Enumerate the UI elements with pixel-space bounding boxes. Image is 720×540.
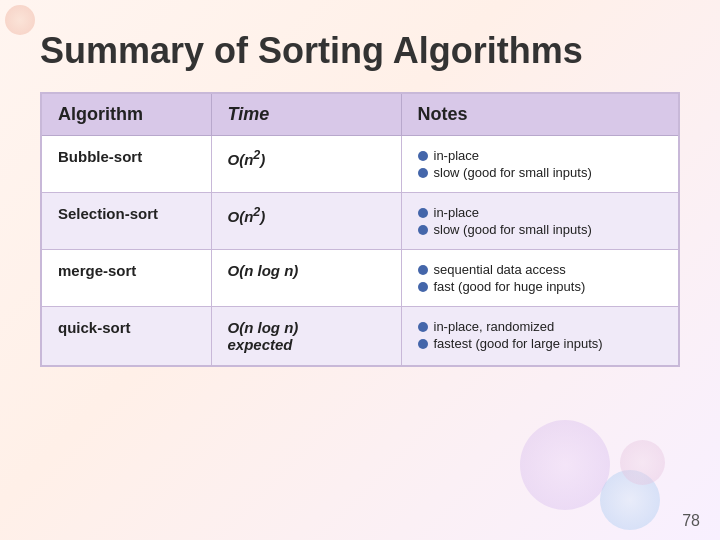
table-row: quick-sortO(n log n)expectedin-place, ra… [41, 307, 679, 367]
page-number: 78 [682, 512, 700, 530]
header-notes: Notes [401, 93, 679, 136]
note-item: in-place [418, 148, 663, 163]
cell-notes: in-placeslow (good for small inputs) [401, 193, 679, 250]
main-content: Summary of Sorting Algorithms Algorithm … [0, 0, 720, 387]
note-text: in-place [434, 205, 480, 220]
note-text: slow (good for small inputs) [434, 165, 592, 180]
note-item: slow (good for small inputs) [418, 222, 663, 237]
cell-time: O(n log n)expected [211, 307, 401, 367]
note-item: slow (good for small inputs) [418, 165, 663, 180]
note-item: fast (good for huge inputs) [418, 279, 663, 294]
note-item: sequential data access [418, 262, 663, 277]
decorative-circle-1 [520, 420, 610, 510]
cell-time: O(n2) [211, 136, 401, 193]
note-item: in-place [418, 205, 663, 220]
cell-time: O(n2) [211, 193, 401, 250]
note-text: slow (good for small inputs) [434, 222, 592, 237]
bullet-icon [418, 339, 428, 349]
note-item: fastest (good for large inputs) [418, 336, 663, 351]
decorative-circle-3 [620, 440, 665, 485]
header-time: Time [211, 93, 401, 136]
header-algorithm: Algorithm [41, 93, 211, 136]
cell-algorithm: quick-sort [41, 307, 211, 367]
bullet-icon [418, 225, 428, 235]
table-row: Bubble-sortO(n2)in-placeslow (good for s… [41, 136, 679, 193]
bullet-icon [418, 322, 428, 332]
cell-notes: sequential data accessfast (good for hug… [401, 250, 679, 307]
decorative-circle-top-left [5, 5, 35, 35]
page-title: Summary of Sorting Algorithms [40, 30, 680, 72]
note-text: in-place [434, 148, 480, 163]
cell-algorithm: merge-sort [41, 250, 211, 307]
cell-algorithm: Selection-sort [41, 193, 211, 250]
table-row: Selection-sortO(n2)in-placeslow (good fo… [41, 193, 679, 250]
bullet-icon [418, 151, 428, 161]
bullet-icon [418, 168, 428, 178]
note-text: in-place, randomized [434, 319, 555, 334]
note-text: sequential data access [434, 262, 566, 277]
table-row: merge-sortO(n log n)sequential data acce… [41, 250, 679, 307]
bullet-icon [418, 282, 428, 292]
bullet-icon [418, 208, 428, 218]
cell-algorithm: Bubble-sort [41, 136, 211, 193]
cell-notes: in-placeslow (good for small inputs) [401, 136, 679, 193]
cell-time: O(n log n) [211, 250, 401, 307]
table-header-row: Algorithm Time Notes [41, 93, 679, 136]
note-text: fast (good for huge inputs) [434, 279, 586, 294]
note-item: in-place, randomized [418, 319, 663, 334]
note-text: fastest (good for large inputs) [434, 336, 603, 351]
bullet-icon [418, 265, 428, 275]
cell-notes: in-place, randomizedfastest (good for la… [401, 307, 679, 367]
sorting-algorithms-table: Algorithm Time Notes Bubble-sortO(n2)in-… [40, 92, 680, 367]
